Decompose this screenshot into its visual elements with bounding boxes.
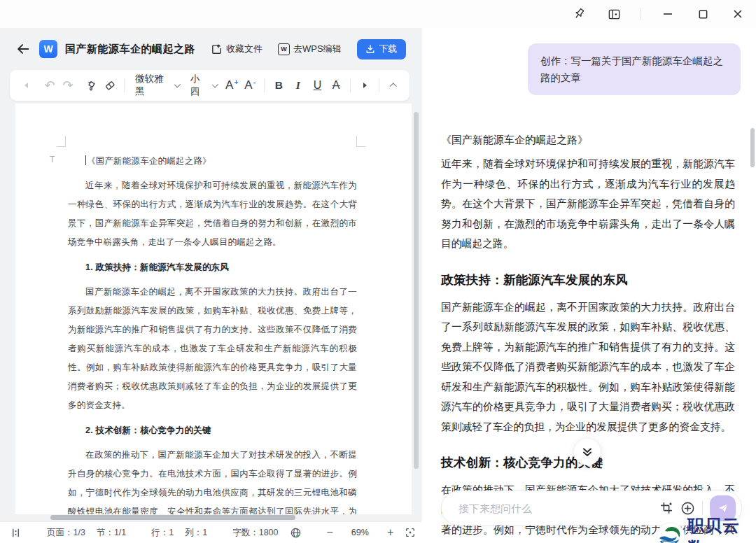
margin-mark	[57, 136, 66, 147]
editor-panel: W 国产新能源车企的崛起之路 收藏文件 W 去WPS编辑 下载 ↶ ↷	[0, 28, 421, 521]
document-vertical-scrollbar[interactable]	[414, 112, 419, 469]
double-chevron-down-icon	[580, 445, 594, 459]
open-in-wps-button[interactable]: W 去WPS编辑	[278, 43, 342, 55]
page-indicator[interactable]: 页面：1/3	[47, 527, 85, 539]
zoom-out-button[interactable]: −	[327, 526, 333, 539]
collapse-toolbar-button[interactable]	[384, 75, 402, 96]
doc-section-heading: 2. 技术创新：核心竞争力的关键	[68, 421, 357, 440]
font-family-value: 微软雅黑	[130, 73, 170, 98]
toolbar-divider	[264, 78, 265, 92]
wps-icon: W	[278, 43, 290, 55]
font-size-select[interactable]: 小四	[186, 75, 217, 96]
favorite-file-label: 收藏文件	[226, 43, 262, 55]
increase-font-button[interactable]: A+	[223, 75, 241, 96]
line-indicator: 行：1	[151, 527, 174, 539]
brand-name: 职贝云数	[687, 514, 756, 543]
toolbar-divider	[124, 78, 125, 92]
fit-page-icon[interactable]	[405, 527, 416, 538]
word-count[interactable]: 字数：1800	[232, 527, 278, 539]
side-panel-icon[interactable]	[606, 6, 622, 22]
document-title: 国产新能源车企的崛起之路	[65, 43, 195, 56]
window-titlebar	[0, 0, 756, 28]
decrease-font-button[interactable]: A-	[241, 75, 259, 96]
column-indicator: 列：1	[185, 527, 207, 539]
toolbar-divider	[379, 78, 379, 92]
scroll-to-bottom-button[interactable]	[574, 439, 601, 465]
download-icon	[365, 44, 375, 54]
text-cursor-marker: T	[50, 155, 55, 164]
bold-button[interactable]: B	[270, 75, 289, 96]
download-label: 下载	[379, 43, 397, 55]
zoom-level[interactable]: 69%	[351, 528, 369, 537]
reply-paragraph: 国产新能源车企的崛起，离不开国家政策的大力扶持。政府出台了一系列鼓励新能源汽车发…	[441, 297, 735, 437]
chat-input[interactable]	[458, 502, 656, 514]
zoom-in-button[interactable]: +	[387, 526, 393, 539]
pin-icon[interactable]	[570, 6, 587, 22]
chevron-down-icon	[174, 81, 181, 87]
scroll-right-icon[interactable]	[356, 75, 374, 96]
scroll-left-icon[interactable]	[17, 75, 35, 96]
format-painter-icon[interactable]	[83, 75, 101, 96]
doc-heading-line: 《国产新能源车企的崛起之路》	[68, 152, 357, 171]
ai-assistant-panel: 创作：写一篇关于国产新能源车企崛起之路的文章 《国产新能源车企的崛起之路》 近年…	[422, 28, 756, 543]
undo-button[interactable]: ↶	[41, 75, 59, 96]
back-button[interactable]	[14, 40, 32, 58]
section-indicator[interactable]: 节：1/1	[97, 527, 126, 539]
italic-button[interactable]: I	[288, 75, 308, 96]
font-size-value: 小四	[186, 73, 209, 98]
toolbar-divider	[350, 78, 351, 92]
editor-header: W 国产新能源车企的崛起之路 收藏文件 W 去WPS编辑 下载	[0, 34, 421, 64]
titlebar-divider	[640, 8, 641, 20]
doc-section-heading: 1. 政策扶持：新能源汽车发展的东风	[68, 258, 357, 277]
margin-mark	[356, 136, 365, 147]
download-button[interactable]: 下载	[357, 39, 406, 59]
formatting-toolbar: ↶ ↷ 微软雅黑 小四 A+ A- B I U A	[10, 70, 410, 101]
document-page[interactable]: T 《国产新能源车企的崛起之路》 近年来，随着全球对环境保护和可持续发展的重视，…	[15, 104, 412, 514]
save-status-icon[interactable]	[10, 527, 22, 539]
reply-paragraph: 近年来，随着全球对环境保护和可持续发展的重视，新能源汽车作为一种绿色、环保的出行…	[441, 154, 735, 254]
close-button[interactable]	[729, 6, 746, 22]
open-in-wps-label: 去WPS编辑	[293, 43, 342, 55]
doc-paragraph: 国产新能源车企的崛起，离不开国家政策的大力扶持。政府出台了一系列鼓励新能源汽车发…	[68, 283, 357, 415]
user-message-bubble: 创作：写一篇关于国产新能源车企崛起之路的文章	[528, 43, 741, 95]
input-divider	[702, 501, 703, 515]
reply-title: 《国产新能源车企的崛起之路》	[441, 130, 735, 149]
favorite-file-icon	[211, 43, 223, 55]
chevron-down-icon	[212, 81, 218, 87]
favorite-file-button[interactable]: 收藏文件	[211, 43, 262, 55]
font-family-select[interactable]: 微软雅黑	[130, 75, 179, 96]
doc-paragraph: 近年来，随着全球对环境保护和可持续发展的重视，新能源汽车作为一种绿色、环保的出行…	[68, 176, 357, 252]
caret-cursor	[85, 155, 86, 165]
status-bar: 页面：1/3 节：1/1 行：1 列：1 字数：1800 − 69% +	[0, 521, 421, 543]
word-file-icon: W	[39, 40, 57, 58]
brand-watermark: 职贝云数	[655, 514, 756, 543]
ai-reply: 《国产新能源车企的崛起之路》 近年来，随着全球对环境保护和可持续发展的重视，新能…	[441, 130, 735, 543]
maximize-button[interactable]	[694, 6, 711, 22]
strikethrough-button[interactable]: A	[327, 75, 345, 96]
redo-button[interactable]: ↷	[59, 75, 77, 96]
brand-logo-icon	[655, 521, 686, 543]
reply-heading: 政策扶持：新能源汽车发展的东风	[441, 272, 735, 288]
document-body: 《国产新能源车企的崛起之路》 近年来，随着全球对环境保护和可持续发展的重视，新能…	[15, 104, 412, 514]
doc-paragraph: 在政策的推动下，国产新能源车企加大了对技术研发的投入，不断提升自身的核心竞争力。…	[68, 446, 357, 514]
eraser-icon[interactable]	[101, 75, 119, 96]
minimize-button[interactable]	[659, 6, 676, 22]
document-horizontal-scrollbar[interactable]	[50, 515, 295, 520]
underline-button[interactable]: U	[308, 75, 328, 96]
paper-plane-icon	[717, 502, 729, 514]
chat-scrollbar[interactable]	[750, 128, 755, 167]
spellcheck-globe-icon[interactable]	[290, 527, 302, 539]
